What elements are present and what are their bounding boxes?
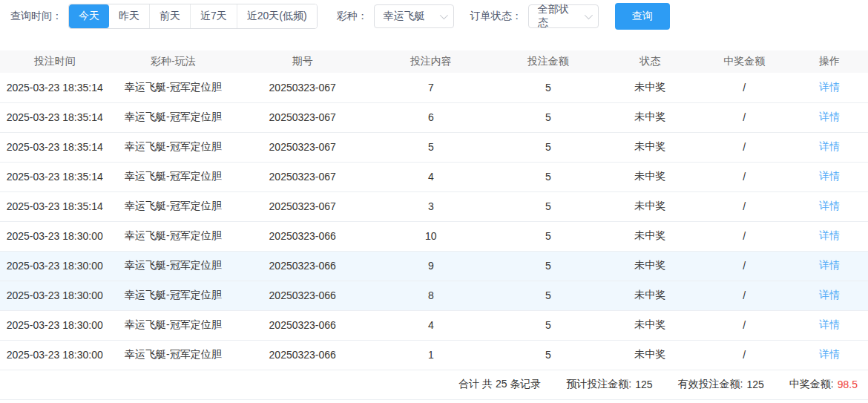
summary-bar: 合计 共 25 条记录 预计投注金额: 125 有效投注金额: 125 中奖金额… <box>0 370 868 400</box>
cell-amount: 5 <box>494 73 602 102</box>
prize-amount: 中奖金额: 98.5 <box>789 378 858 391</box>
cell-status: 未中奖 <box>602 132 698 162</box>
column-header-4: 投注金额 <box>494 50 602 73</box>
cell-issue: 20250323-067 <box>237 73 368 102</box>
time-option-4[interactable]: 近20天(低频) <box>237 4 317 28</box>
cell-game: 幸运飞艇-冠军定位胆 <box>109 281 237 310</box>
order-status-label: 订单状态： <box>470 10 522 23</box>
cell-amount: 5 <box>494 132 602 162</box>
total-records: 合计 共 25 条记录 <box>458 378 541 391</box>
table-row: 2025-03-23 18:35:14幸运飞艇-冠军定位胆20250323-06… <box>0 102 868 132</box>
cell-prize: / <box>698 191 791 221</box>
cell-prize: / <box>698 310 791 340</box>
cell-issue: 20250323-066 <box>237 340 368 370</box>
detail-link[interactable]: 详情 <box>819 259 840 271</box>
cell-game: 幸运飞艇-冠军定位胆 <box>109 310 237 340</box>
table-row: 2025-03-23 18:30:00幸运飞艇-冠军定位胆20250323-06… <box>0 310 868 340</box>
time-filter-label: 查询时间： <box>10 10 62 23</box>
detail-link[interactable]: 详情 <box>819 200 840 212</box>
chevron-down-icon <box>584 11 592 19</box>
table-body: 2025-03-23 18:35:14幸运飞艇-冠军定位胆20250323-06… <box>0 73 868 370</box>
cell-content: 1 <box>368 340 494 370</box>
prize-label: 中奖金额: <box>789 378 834 391</box>
bet-records-table: 投注时间彩种-玩法期号投注内容投注金额状态中奖金额操作 2025-03-23 1… <box>0 50 868 370</box>
cell-action: 详情 <box>791 191 868 221</box>
cell-time: 2025-03-23 18:30:00 <box>0 251 109 281</box>
search-button[interactable]: 查询 <box>615 3 670 30</box>
column-header-2: 期号 <box>237 50 368 73</box>
cell-amount: 5 <box>494 162 602 191</box>
cell-time: 2025-03-23 18:30:00 <box>0 340 109 370</box>
cell-status: 未中奖 <box>602 191 698 221</box>
time-option-3[interactable]: 近7天 <box>190 4 237 28</box>
cell-content: 4 <box>368 162 494 191</box>
cell-issue: 20250323-067 <box>237 162 368 191</box>
lottery-select-value: 幸运飞艇 <box>384 10 425 23</box>
table-header-row: 投注时间彩种-玩法期号投注内容投注金额状态中奖金额操作 <box>0 50 868 73</box>
cell-action: 详情 <box>791 102 868 132</box>
cell-prize: / <box>698 73 791 102</box>
cell-game: 幸运飞艇-冠军定位胆 <box>109 132 237 162</box>
detail-link[interactable]: 详情 <box>819 289 840 301</box>
detail-link[interactable]: 详情 <box>819 170 840 182</box>
cell-status: 未中奖 <box>602 251 698 281</box>
order-status-select[interactable]: 全部状态 <box>528 4 599 28</box>
cell-prize: / <box>698 281 791 310</box>
cell-action: 详情 <box>791 162 868 191</box>
column-header-3: 投注内容 <box>368 50 494 73</box>
time-option-2[interactable]: 前天 <box>149 4 190 28</box>
cell-content: 5 <box>368 132 494 162</box>
detail-link[interactable]: 详情 <box>819 140 840 152</box>
detail-link[interactable]: 详情 <box>819 81 840 93</box>
cell-prize: / <box>698 251 791 281</box>
cell-action: 详情 <box>791 73 868 102</box>
lottery-select[interactable]: 幸运飞艇 <box>374 4 454 28</box>
cell-issue: 20250323-066 <box>237 251 368 281</box>
cell-amount: 5 <box>494 251 602 281</box>
cell-time: 2025-03-23 18:30:00 <box>0 281 109 310</box>
cell-amount: 5 <box>494 281 602 310</box>
valid-bet-label: 有效投注金额: <box>678 378 743 391</box>
detail-link[interactable]: 详情 <box>819 229 840 241</box>
cell-issue: 20250323-066 <box>237 310 368 340</box>
cell-status: 未中奖 <box>602 221 698 251</box>
cell-issue: 20250323-067 <box>237 191 368 221</box>
cell-prize: / <box>698 162 791 191</box>
order-status-value: 全部状态 <box>538 3 579 30</box>
cell-status: 未中奖 <box>602 162 698 191</box>
cell-issue: 20250323-067 <box>237 132 368 162</box>
table-row: 2025-03-23 18:35:14幸运飞艇-冠军定位胆20250323-06… <box>0 191 868 221</box>
cell-prize: / <box>698 102 791 132</box>
cell-action: 详情 <box>791 340 868 370</box>
cell-issue: 20250323-066 <box>237 281 368 310</box>
table-row: 2025-03-23 18:35:14幸运飞艇-冠军定位胆20250323-06… <box>0 162 868 191</box>
cell-issue: 20250323-067 <box>237 102 368 132</box>
cell-content: 9 <box>368 251 494 281</box>
column-header-7: 操作 <box>791 50 868 73</box>
expected-bet-label: 预计投注金额: <box>566 378 631 391</box>
table-row: 2025-03-23 18:30:00幸运飞艇-冠军定位胆20250323-06… <box>0 221 868 251</box>
cell-prize: / <box>698 221 791 251</box>
detail-link[interactable]: 详情 <box>819 348 840 360</box>
cell-time: 2025-03-23 18:35:14 <box>0 132 109 162</box>
cell-action: 详情 <box>791 310 868 340</box>
cell-time: 2025-03-23 18:30:00 <box>0 221 109 251</box>
expected-bet-amount: 预计投注金额: 125 <box>566 378 652 391</box>
detail-link[interactable]: 详情 <box>819 318 840 330</box>
time-option-0[interactable]: 今天 <box>69 4 109 28</box>
chevron-down-icon <box>439 11 447 19</box>
cell-game: 幸运飞艇-冠军定位胆 <box>109 221 237 251</box>
cell-content: 8 <box>368 281 494 310</box>
lottery-label: 彩种： <box>337 10 368 23</box>
time-range-group: 今天昨天前天近7天近20天(低频) <box>68 4 318 29</box>
cell-game: 幸运飞艇-冠军定位胆 <box>109 102 237 132</box>
column-header-1: 彩种-玩法 <box>109 50 237 73</box>
cell-content: 7 <box>368 73 494 102</box>
cell-prize: / <box>698 340 791 370</box>
cell-prize: / <box>698 132 791 162</box>
expected-bet-value: 125 <box>635 379 652 390</box>
cell-game: 幸运飞艇-冠军定位胆 <box>109 251 237 281</box>
cell-status: 未中奖 <box>602 310 698 340</box>
detail-link[interactable]: 详情 <box>819 111 840 122</box>
time-option-1[interactable]: 昨天 <box>109 4 149 28</box>
